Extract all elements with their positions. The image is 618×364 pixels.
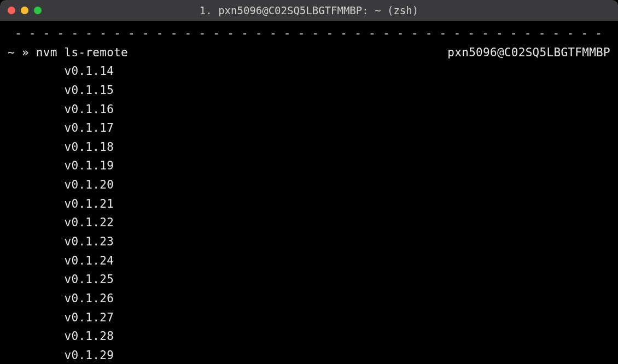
divider-line: - - - - - - - - - - - - - - - - - - - - … (8, 24, 610, 43)
version-line: v0.1.18 (8, 138, 610, 157)
version-line: v0.1.17 (8, 119, 610, 138)
version-line: v0.1.24 (8, 251, 610, 271)
version-line: v0.1.22 (8, 213, 610, 232)
version-line: v0.1.14 (8, 62, 610, 81)
version-line: v0.1.16 (8, 100, 610, 119)
terminal-body[interactable]: - - - - - - - - - - - - - - - - - - - - … (0, 21, 618, 364)
version-line: v0.1.20 (8, 175, 610, 195)
window-title: 1. pxn5096@C02SQ5LBGTFMMBP: ~ (zsh) (200, 4, 418, 16)
prompt-right-info: pxn5096@C02SQ5LBGTFMMBP (447, 43, 610, 62)
version-line: v0.1.27 (8, 308, 610, 327)
minimize-icon[interactable] (21, 7, 28, 14)
version-line: v0.1.21 (8, 195, 610, 214)
version-line: v0.1.19 (8, 156, 610, 175)
version-line: v0.1.25 (8, 270, 610, 289)
prompt-symbol: ~ » (8, 46, 36, 59)
version-line: v0.1.28 (8, 327, 610, 346)
command-text: nvm ls-remote (36, 46, 128, 59)
maximize-icon[interactable] (34, 7, 42, 14)
version-line: v0.1.26 (8, 289, 610, 308)
output-container: v0.1.14 v0.1.15 v0.1.16 v0.1.17 v0.1.18 … (8, 62, 610, 364)
window-controls (8, 7, 42, 14)
version-line: v0.1.15 (8, 81, 610, 100)
version-line: v0.1.23 (8, 232, 610, 251)
close-icon[interactable] (8, 7, 15, 14)
prompt-line: ~ » nvm ls-remote pxn5096@C02SQ5LBGTFMMB… (8, 43, 610, 62)
prompt-left: ~ » nvm ls-remote (8, 43, 128, 62)
titlebar: 1. pxn5096@C02SQ5LBGTFMMBP: ~ (zsh) (0, 0, 618, 21)
version-line: v0.1.29 (8, 346, 610, 364)
